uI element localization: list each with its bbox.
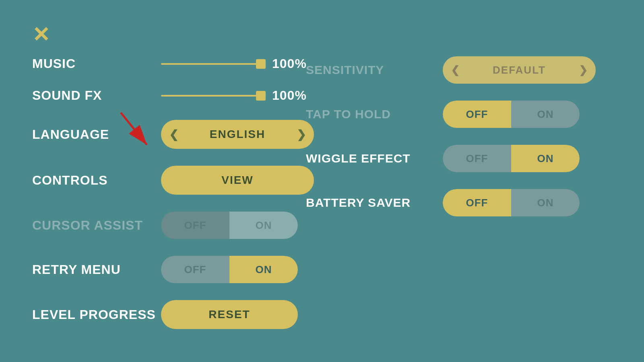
- sensitivity-value: DEFAULT: [493, 64, 546, 76]
- battery-saver-toggle[interactable]: OFF ON: [443, 189, 580, 216]
- music-slider-container[interactable]: 100%: [161, 56, 307, 71]
- sensitivity-right-arrow[interactable]: ❯: [579, 64, 588, 76]
- battery-saver-label: BATTERY SAVER: [306, 196, 443, 210]
- music-slider-thumb[interactable]: [256, 59, 266, 69]
- level-progress-row: LEVEL PROGRESS RESET: [32, 300, 612, 329]
- sensitivity-label: SENSITIVITY: [306, 63, 443, 77]
- tap-to-hold-label: TAP TO HOLD: [306, 107, 443, 121]
- music-value: 100%: [272, 56, 307, 71]
- wiggle-effect-label: WIGGLE EFFECT: [306, 152, 443, 165]
- level-progress-reset-button[interactable]: RESET: [161, 300, 298, 329]
- retry-menu-off[interactable]: OFF: [161, 256, 229, 283]
- tap-to-hold-row: TAP TO HOLD OFF ON: [306, 101, 612, 128]
- battery-saver-row: BATTERY SAVER OFF ON: [306, 189, 612, 216]
- sound-fx-slider-container[interactable]: 100%: [161, 88, 307, 103]
- sensitivity-row: SENSITIVITY ❮ DEFAULT ❯: [306, 56, 612, 84]
- tap-to-hold-toggle[interactable]: OFF ON: [443, 101, 580, 128]
- music-label: MUSIC: [32, 56, 161, 71]
- sound-fx-label: SOUND FX: [32, 88, 161, 103]
- wiggle-effect-on[interactable]: ON: [511, 145, 580, 172]
- controls-view-button[interactable]: VIEW: [161, 166, 314, 195]
- wiggle-effect-toggle[interactable]: OFF ON: [443, 145, 580, 172]
- battery-saver-off[interactable]: OFF: [443, 189, 511, 216]
- cursor-assist-label: CURSOR ASSIST: [32, 218, 161, 233]
- cursor-assist-toggle[interactable]: OFF ON: [161, 212, 298, 239]
- cursor-assist-on[interactable]: ON: [229, 212, 298, 239]
- language-left-arrow[interactable]: ❮: [169, 128, 178, 141]
- retry-menu-row: RETRY MENU OFF ON: [32, 256, 612, 283]
- wiggle-effect-row: WIGGLE EFFECT OFF ON: [306, 145, 612, 172]
- sensitivity-left-arrow[interactable]: ❮: [451, 64, 460, 76]
- sound-fx-slider-track[interactable]: [161, 95, 266, 97]
- cursor-assist-off[interactable]: OFF: [161, 212, 229, 239]
- language-label: LANGUAGE: [32, 127, 161, 142]
- language-right-arrow[interactable]: ❯: [297, 128, 306, 141]
- retry-menu-label: RETRY MENU: [32, 262, 161, 277]
- sound-fx-slider-thumb[interactable]: [256, 91, 266, 101]
- close-button[interactable]: ✕: [32, 24, 50, 45]
- tap-to-hold-on[interactable]: ON: [511, 101, 580, 128]
- language-selector[interactable]: ❮ ENGLISH ❯: [161, 120, 314, 149]
- controls-label: CONTROLS: [32, 173, 161, 188]
- level-progress-label: LEVEL PROGRESS: [32, 307, 161, 322]
- language-value: ENGLISH: [210, 128, 265, 141]
- wiggle-effect-off[interactable]: OFF: [443, 145, 511, 172]
- battery-saver-on[interactable]: ON: [511, 189, 580, 216]
- retry-menu-on[interactable]: ON: [229, 256, 298, 283]
- sensitivity-selector[interactable]: ❮ DEFAULT ❯: [443, 56, 596, 84]
- tap-to-hold-off[interactable]: OFF: [443, 101, 511, 128]
- music-slider-track[interactable]: [161, 63, 266, 65]
- retry-menu-toggle[interactable]: OFF ON: [161, 256, 298, 283]
- sound-fx-value: 100%: [272, 88, 307, 103]
